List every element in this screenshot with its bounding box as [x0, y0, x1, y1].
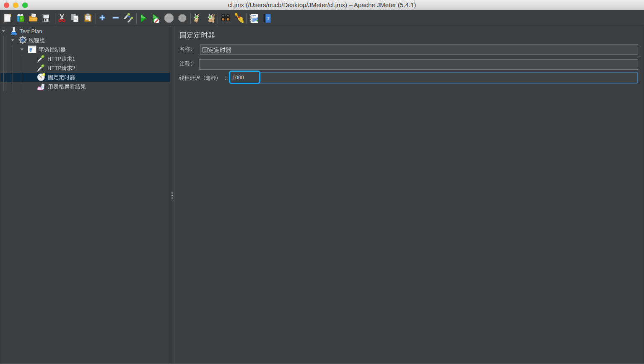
svg-text:STOP: STOP [166, 17, 172, 19]
svg-text:?: ? [267, 15, 270, 21]
